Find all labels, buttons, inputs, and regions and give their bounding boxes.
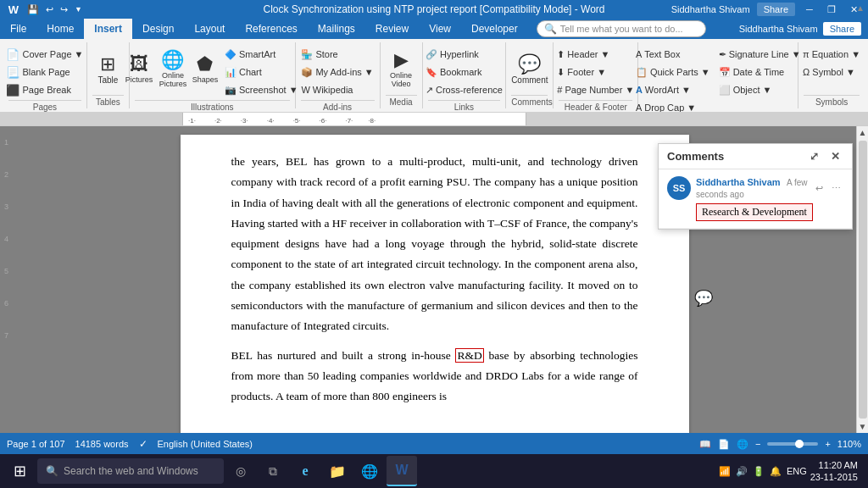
pages-group-label: Pages (8, 100, 81, 112)
read-mode-icon[interactable]: 📖 (699, 439, 711, 450)
comment-item: SS Siddhartha Shivam A few seconds ago ↩… (659, 169, 852, 229)
textbox-btn[interactable]: AText Box (632, 46, 714, 63)
web-layout-icon[interactable]: 🌐 (737, 439, 748, 450)
pictures-btn[interactable]: 🖼 Pictures (123, 46, 155, 93)
scroll-thumb[interactable] (859, 141, 867, 419)
redo-qat-btn[interactable]: ↪ (58, 4, 70, 15)
shapes-btn[interactable]: ⬟ Shapes (191, 46, 220, 93)
minimize-button[interactable]: ─ (802, 3, 817, 15)
start-icon: ⊞ (14, 462, 26, 480)
tab-developer[interactable]: Developer (461, 19, 528, 39)
comments-close-btn[interactable]: ✕ (827, 149, 843, 164)
customize-qat-btn[interactable]: ▼ (73, 5, 84, 14)
language[interactable]: English (United States) (158, 439, 253, 449)
store-btn[interactable]: 🏪Store (298, 46, 341, 63)
comment-reply-icon[interactable]: ↩ (813, 182, 826, 195)
comment-bubble-icon[interactable]: 💬 (694, 289, 713, 308)
ribbon-group-addins: 🏪Store 📦My Add-ins ▼ WWikipedia Add-ins (296, 42, 381, 108)
ruler-right-margin (526, 113, 869, 125)
print-layout-icon[interactable]: 📄 (718, 439, 730, 450)
share-button[interactable]: Share (757, 3, 795, 16)
taskbar-app-cortana[interactable]: ◎ (225, 456, 256, 486)
language-indicator[interactable]: ENG (787, 466, 807, 476)
user-area[interactable]: Siddhartha Shivam Share (732, 19, 868, 39)
dropcap-btn[interactable]: ADrop Cap ▼ (632, 99, 714, 112)
page-break-btn[interactable]: ⬛Page Break (3, 81, 74, 98)
tab-design[interactable]: Design (132, 19, 184, 39)
quick-parts-btn[interactable]: 📋Quick Parts ▼ (632, 64, 714, 80)
bookmark-btn[interactable]: 🔖Bookmark (422, 64, 486, 80)
main-area: 1 2 3 4 5 6 7 💬 the years, BEL has grown… (0, 126, 868, 433)
online-video-btn[interactable]: ▶ Online Video (383, 46, 419, 93)
comment-meta: Siddhartha Shivam A few seconds ago ↩ ⋯ … (696, 176, 843, 221)
save-qat-btn[interactable]: 💾 (25, 4, 41, 15)
maximize-button[interactable]: ❐ (824, 3, 839, 15)
tab-layout[interactable]: Layout (184, 19, 235, 39)
scroll-down-btn[interactable]: ▼ (857, 420, 868, 433)
tab-review[interactable]: Review (365, 19, 419, 39)
page-number-btn[interactable]: #Page Number ▼ (554, 81, 637, 98)
comment-more-icon[interactable]: ⋯ (829, 182, 843, 195)
cover-page-btn[interactable]: 📄Cover Page ▼ (3, 46, 86, 63)
comments-resize-btn[interactable]: ⤢ (806, 149, 822, 164)
illustrations-col: 🔷SmartArt 📊Chart 📷Screenshot ▼ (221, 46, 302, 98)
date-time-btn[interactable]: 📅Date & Time (715, 64, 804, 80)
time: 11:20 AM (810, 459, 858, 471)
battery-icon[interactable]: 🔋 (753, 466, 765, 477)
object-btn[interactable]: ⬜Object ▼ (715, 81, 804, 98)
comment-icon: 💬 (518, 55, 541, 74)
online-pictures-icon: 🌐 (161, 51, 184, 69)
network-icon[interactable]: 📶 (719, 466, 731, 477)
tab-file[interactable]: File (0, 19, 36, 39)
taskbar-app-edge[interactable]: e (290, 456, 320, 486)
undo-qat-btn[interactable]: ↩ (44, 4, 55, 15)
table-btn[interactable]: ⊞ Table (90, 46, 125, 93)
screenshot-btn[interactable]: 📷Screenshot ▼ (221, 81, 302, 98)
vertical-scrollbar[interactable]: ▲ ▼ (856, 126, 868, 433)
taskbar-app-explorer[interactable]: 📁 (322, 456, 353, 486)
symbol-btn[interactable]: ΩSymbol ▼ (799, 64, 859, 80)
taskbar-search[interactable]: 🔍 Search the web and Windows (37, 458, 224, 484)
online-pictures-btn[interactable]: 🌐 Online Pictures (157, 46, 189, 93)
scroll-up-btn[interactable]: ▲ (857, 126, 868, 139)
ruler-content[interactable]: ·1··2··3··4··5··6··7··8· (182, 113, 526, 125)
tab-insert[interactable]: Insert (84, 19, 132, 39)
tables-group-content: ⊞ Table (90, 44, 125, 93)
comments-panel-title: Comments (667, 150, 724, 163)
tab-mailings[interactable]: Mailings (308, 19, 365, 39)
tab-home[interactable]: Home (36, 19, 84, 39)
zoom-level[interactable]: 110% (837, 439, 861, 449)
taskbar-app-task-view[interactable]: ⧉ (258, 456, 288, 486)
my-addins-btn[interactable]: 📦My Add-ins ▼ (298, 64, 376, 80)
chart-btn[interactable]: 📊Chart (221, 64, 302, 80)
share-ribbon-btn[interactable]: Share (823, 22, 861, 36)
zoom-slider[interactable] (767, 442, 818, 446)
taskbar-app-word[interactable]: W (387, 456, 417, 486)
start-button[interactable]: ⊞ (3, 456, 36, 486)
volume-icon[interactable]: 🔊 (736, 466, 748, 477)
page-count[interactable]: Page 1 of 107 (7, 439, 65, 449)
smartart-btn[interactable]: 🔷SmartArt (221, 46, 302, 63)
word-count[interactable]: 14185 words (75, 439, 129, 449)
symbols-group-label: Symbols (804, 95, 860, 107)
header-btn[interactable]: ⬆Header ▼ (554, 46, 613, 63)
blank-page-btn[interactable]: 📃Blank Page (3, 64, 73, 80)
equation-btn[interactable]: πEquation ▼ (799, 46, 864, 63)
signature-line-btn[interactable]: ✒Signature Line ▼ (715, 46, 804, 63)
zoom-plus-btn[interactable]: + (825, 439, 830, 449)
comment-btn[interactable]: 💬 Comment (512, 46, 548, 93)
cross-reference-btn[interactable]: ↗Cross-reference (422, 81, 506, 98)
tab-references[interactable]: References (235, 19, 307, 39)
footer-btn[interactable]: ⬇Footer ▼ (554, 64, 609, 80)
ribbon-search-placeholder[interactable]: Tell me what you want to do... (560, 24, 683, 34)
notification-icon[interactable]: 🔔 (770, 466, 782, 477)
hyperlink-btn[interactable]: 🔗Hyperlink (422, 46, 482, 63)
zoom-minus-btn[interactable]: − (755, 439, 760, 449)
media-group-label: Media (386, 95, 417, 107)
tab-view[interactable]: View (419, 19, 461, 39)
wikipedia-btn[interactable]: WWikipedia (298, 81, 356, 98)
comment-author: Siddhartha Shivam (696, 177, 781, 187)
status-bar-left: Page 1 of 107 14185 words ✓ English (Uni… (7, 438, 253, 450)
wordart-btn[interactable]: AWordArt ▼ (632, 81, 714, 98)
taskbar-app-chrome[interactable]: 🌐 (354, 456, 385, 486)
